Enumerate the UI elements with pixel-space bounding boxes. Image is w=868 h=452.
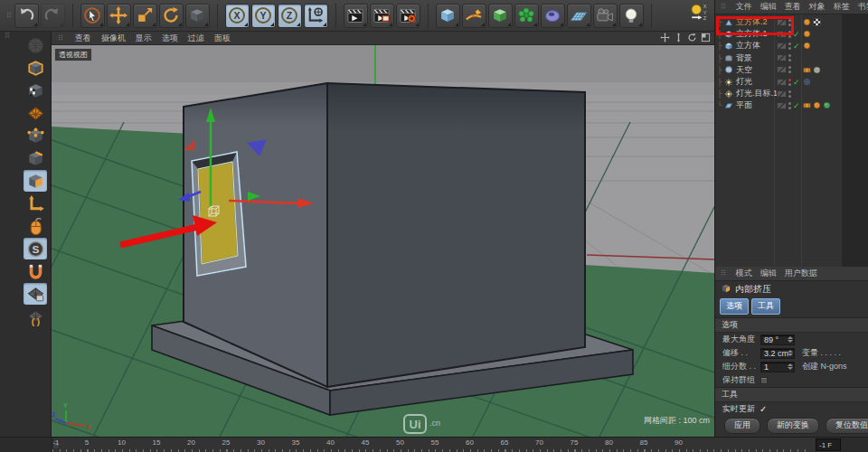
attr-value-field[interactable]: 3.2 cm [760,348,795,359]
tool-button-应用[interactable]: 应用 [724,418,760,434]
ruler-label-80[interactable]: 80 [605,438,613,447]
visibility-dots[interactable] [788,90,791,98]
ruler-label-35[interactable]: 35 [292,438,300,447]
toolbar-button-add-deformer-icon[interactable] [514,4,539,28]
object-row-立方体[interactable]: ├立方体✓ [715,40,868,52]
enabled-checkmark[interactable]: ✓ [793,101,800,110]
toolbar-button-add-environment-icon[interactable] [567,4,591,28]
dock-button-model-mode-icon[interactable] [24,57,47,79]
visibility-dots[interactable] [788,102,791,109]
ruler-label-85[interactable]: 85 [640,438,648,447]
object-tags[interactable] [803,78,811,86]
dock-button-workplane-snap-icon[interactable]: ( ) [24,306,47,327]
tag-target-icon[interactable] [803,78,811,86]
ruler-label--1[interactable]: -1 [52,438,59,447]
layer-color-box[interactable] [777,54,787,61]
toolbar-button-render-view-icon[interactable] [344,4,368,28]
toolbar-button-add-light-icon[interactable] [619,4,644,28]
object-row-灯光.目标.1[interactable]: ├灯光.目标.1 [715,88,868,99]
dock-button-magnet-snap-icon[interactable] [24,260,47,282]
dock-button-viewport-solo-icon[interactable] [24,215,47,237]
attr-menu-模式[interactable]: 模式 [736,268,752,279]
ruler-label-60[interactable]: 60 [466,438,474,447]
tag-phong-icon[interactable] [803,42,811,50]
toolbar-button-add-spline-icon[interactable] [462,4,486,28]
object-tags[interactable] [803,42,811,50]
toolbar-button-scale-icon[interactable] [133,4,157,28]
tag-phong-icon[interactable] [803,18,811,26]
orbit-icon[interactable] [687,33,697,44]
visibility-dots[interactable] [788,79,791,86]
attr-menu-编辑[interactable]: 编辑 [760,268,777,279]
viewport-grip[interactable]: ⠿ [58,34,62,42]
ruler-label-40[interactable]: 40 [326,438,335,447]
visibility-dots[interactable] [788,42,791,50]
object-name[interactable]: 灯光.目标.1 [736,88,778,99]
om-menu-书签[interactable]: 书签 [858,1,868,13]
attr-value-field[interactable]: 1 [760,362,795,372]
tag-texgr-icon[interactable] [823,101,831,109]
stepper[interactable] [788,349,793,358]
attr-menu-用户数据[interactable]: 用户数据 [785,268,817,279]
tool-button-新的变换[interactable]: 新的变换 [767,418,819,434]
ruler-label-10[interactable]: 10 [118,438,126,447]
toolbar-button-live-selection-icon[interactable] [80,4,105,28]
attr-tab-选项[interactable]: 选项 [720,298,749,315]
toolbar-button-render-picture-viewer-icon[interactable] [370,4,394,28]
ruler-label-75[interactable]: 75 [571,438,579,447]
toolbar-button-undo-icon[interactable] [14,4,39,28]
object-row-灯光[interactable]: ├灯光✓ [715,76,868,88]
toolbar-button-lock-z-icon[interactable]: Z [278,4,302,28]
object-name[interactable]: 平面 [736,99,752,111]
tag-phong-icon[interactable] [803,30,811,38]
ruler-label-50[interactable]: 50 [396,438,404,447]
scene-3d[interactable]: Y X Z 网格间距 : 100 cm Ui .cn [52,32,714,437]
ruler-label-45[interactable]: 45 [362,438,370,447]
om-grip[interactable]: ⠿ [721,3,725,11]
visibility-dots[interactable] [788,66,791,73]
viewport-menu-显示[interactable]: 显示 [136,33,152,44]
toolbar-button-add-camera-icon[interactable] [593,4,618,28]
stepper[interactable] [788,335,793,344]
ruler-label-20[interactable]: 20 [187,438,195,447]
toolbar-button-add-primitive-icon[interactable] [436,4,460,28]
object-tags[interactable] [803,18,821,26]
realtime-checkmark[interactable]: ✓ [760,404,767,414]
toolbar-button-add-volume-icon[interactable] [541,4,565,28]
attr-tab-工具[interactable]: 工具 [751,298,780,315]
pan-icon[interactable] [660,33,670,44]
realtime-update-row[interactable]: 实时更新 ✓ [715,402,868,415]
view-name-badge[interactable]: 透视视图 [54,48,92,61]
layer-color-box[interactable] [777,42,787,50]
toolbar-button-add-generator-icon[interactable] [488,4,513,28]
dock-button-texture-mode-icon[interactable] [24,80,47,101]
dock-button-enable-snap-icon[interactable]: S [24,238,47,259]
current-frame-field[interactable]: -1 F [816,438,841,451]
object-tags[interactable] [803,66,821,74]
dock-button-edges-mode-icon[interactable] [24,147,47,169]
tool-button-复位数值[interactable]: 复位数值 [826,418,868,434]
om-menu-对象[interactable]: 对象 [809,1,826,13]
tag-comp-icon[interactable] [803,101,811,109]
tag-comp-icon[interactable] [803,66,811,74]
viewport-menu-过滤[interactable]: 过滤 [188,33,204,44]
viewport-menu-摄像机[interactable]: 摄像机 [101,33,126,44]
toolbar-button-last-tool-icon[interactable] [185,4,210,28]
stepper[interactable] [788,363,793,372]
coordinates-manager-icon[interactable]: XYZ [691,3,709,28]
viewport-menu-选项[interactable]: 选项 [162,33,178,44]
om-menu-查看[interactable]: 查看 [785,1,801,13]
toolbar-button-lock-x-icon[interactable]: X [225,4,250,28]
dock-button-make-editable-icon[interactable] [24,34,47,56]
attr-grip[interactable]: ⠿ [721,269,725,278]
viewport-menu-面板[interactable]: 面板 [214,33,231,44]
toolbar-grip[interactable]: ⠿ [6,12,11,20]
layer-color-box[interactable] [777,79,787,86]
object-name[interactable]: 立方体 [736,40,760,52]
viewport-menu-查看[interactable]: 查看 [75,33,91,44]
viewport[interactable]: Y X Z 网格间距 : 100 cm Ui .cn ⠿ 查看摄像机显示选项过滤… [52,32,714,437]
toggle-view-icon[interactable] [701,33,711,44]
object-row-平面[interactable]: └平面✓ [715,99,868,111]
dock-button-polygons-mode-icon[interactable] [24,170,47,192]
layer-color-box[interactable] [777,102,787,109]
